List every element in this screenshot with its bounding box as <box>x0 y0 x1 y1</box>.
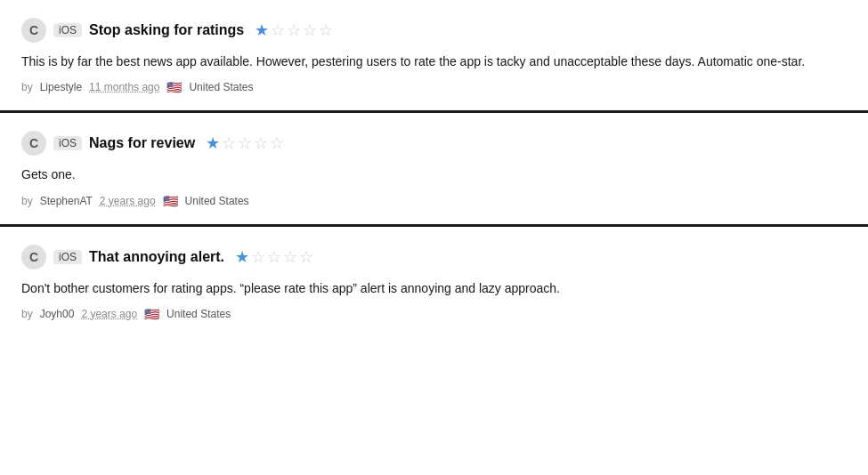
empty-star: ☆ <box>287 22 301 38</box>
review-title: Nags for review <box>89 135 195 151</box>
filled-star: ★ <box>255 22 269 38</box>
star-rating: ★☆☆☆☆ <box>206 135 284 151</box>
review-card: C iOS Nags for review ★☆☆☆☆ Gets one. by… <box>0 113 868 226</box>
filled-star: ★ <box>235 249 249 265</box>
review-card: C iOS That annoying alert. ★☆☆☆☆ Don't b… <box>0 227 868 337</box>
empty-star: ☆ <box>222 135 236 151</box>
by-label: by <box>21 81 33 93</box>
empty-star: ☆ <box>299 249 313 265</box>
review-date: 2 years ago <box>81 308 137 320</box>
review-card: C iOS Stop asking for ratings ★☆☆☆☆ This… <box>0 0 868 113</box>
review-author: Lipestyle <box>40 81 82 93</box>
platform-badge: iOS <box>53 23 82 37</box>
review-meta: by StephenAT 2 years ago 🇺🇸 United State… <box>21 194 847 208</box>
empty-star: ☆ <box>267 249 281 265</box>
empty-star: ☆ <box>254 135 268 151</box>
review-header: C iOS Stop asking for ratings ★☆☆☆☆ <box>21 18 847 43</box>
empty-star: ☆ <box>238 135 252 151</box>
review-title: That annoying alert. <box>89 249 224 265</box>
empty-star: ☆ <box>303 22 317 38</box>
empty-star: ☆ <box>251 249 265 265</box>
platform-badge: iOS <box>53 136 82 150</box>
review-header: C iOS Nags for review ★☆☆☆☆ <box>21 131 847 156</box>
empty-star: ☆ <box>271 22 285 38</box>
platform-badge: iOS <box>53 250 82 264</box>
country-flag: 🇺🇸 <box>144 307 159 321</box>
star-rating: ★☆☆☆☆ <box>235 249 313 265</box>
avatar: C <box>21 18 46 43</box>
review-country: United States <box>189 81 253 93</box>
review-body: Gets one. <box>21 165 847 184</box>
country-flag: 🇺🇸 <box>163 194 178 208</box>
review-date: 11 months ago <box>89 81 159 93</box>
review-date: 2 years ago <box>100 195 156 207</box>
empty-star: ☆ <box>283 249 297 265</box>
avatar: C <box>21 245 46 270</box>
review-body: This is by far the best news app availab… <box>21 52 847 71</box>
review-author: Joyh00 <box>40 308 75 320</box>
country-flag: 🇺🇸 <box>166 80 182 94</box>
empty-star: ☆ <box>270 135 284 151</box>
review-title: Stop asking for ratings <box>89 22 244 38</box>
by-label: by <box>21 195 33 207</box>
by-label: by <box>21 308 33 320</box>
review-meta: by Joyh00 2 years ago 🇺🇸 United States <box>21 307 847 321</box>
review-author: StephenAT <box>40 195 93 207</box>
empty-star: ☆ <box>319 22 333 38</box>
review-country: United States <box>166 308 231 320</box>
review-body: Don't bother customers for rating apps. … <box>21 278 847 298</box>
star-rating: ★☆☆☆☆ <box>255 22 333 38</box>
review-meta: by Lipestyle 11 months ago 🇺🇸 United Sta… <box>21 80 847 94</box>
filled-star: ★ <box>206 135 220 151</box>
review-header: C iOS That annoying alert. ★☆☆☆☆ <box>21 245 847 270</box>
review-country: United States <box>185 195 249 207</box>
avatar: C <box>21 131 46 156</box>
